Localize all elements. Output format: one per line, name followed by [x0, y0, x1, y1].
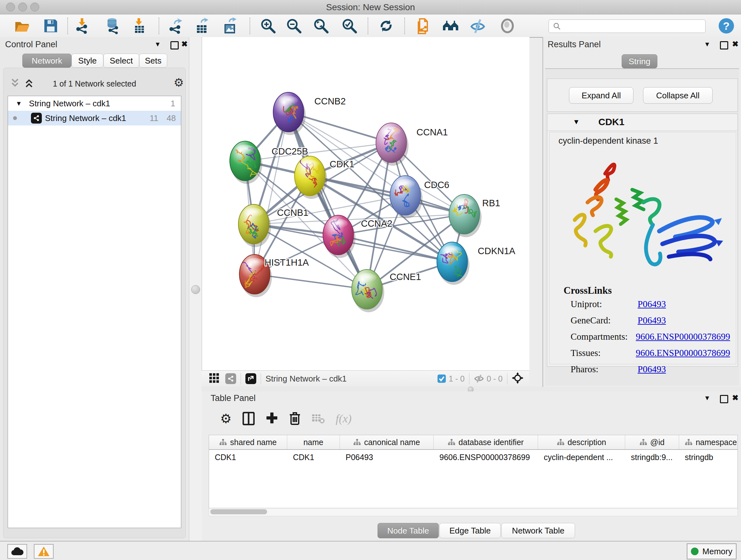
crosslink-link[interactable]: 9606.ENSP00000378699	[636, 348, 730, 358]
network-node[interactable]	[323, 215, 355, 258]
table-cell[interactable]: cyclin-dependent ...	[538, 453, 625, 462]
tab-string[interactable]: String	[622, 54, 657, 68]
results-panel-collapse-icon[interactable]: ▾	[705, 40, 709, 49]
node-table[interactable]: shared namenamecanonical namedatabase id…	[209, 435, 738, 508]
crosslink-link[interactable]: P06493	[637, 315, 666, 326]
zoom-in-button[interactable]	[259, 16, 277, 36]
network-node[interactable]	[390, 176, 422, 219]
column-header-canonical-name[interactable]: canonical name	[340, 435, 434, 449]
hidden-eye-icon[interactable]	[474, 374, 484, 383]
expand-all-button[interactable]: Expand All	[569, 87, 633, 104]
network-canvas[interactable]: CCNB2CCNA1CDC25BCDK1CDC6RB1CCNB1CCNA2CDK…	[202, 37, 529, 370]
table-tab-node-table[interactable]: Node Table	[378, 523, 439, 538]
network-node-label: CCNB1	[277, 207, 308, 218]
tab-network[interactable]: Network	[22, 54, 71, 68]
network-options-gear-icon[interactable]: ⚙	[174, 76, 184, 89]
protein-card-header[interactable]: ▼ CDK1	[547, 114, 738, 131]
tab-style[interactable]: Style	[71, 54, 104, 68]
table-panel-float-icon[interactable]	[720, 395, 728, 403]
table-row[interactable]: CDK1CDK1P064939606.ENSP00000378699cyclin…	[209, 450, 738, 464]
cloud-button[interactable]	[7, 544, 27, 559]
share-view-icon[interactable]	[225, 373, 236, 384]
column-header--id[interactable]: @id	[625, 435, 679, 449]
network-node[interactable]	[449, 194, 482, 237]
tab-select[interactable]: Select	[104, 54, 139, 68]
column-header-shared-name[interactable]: shared name	[209, 435, 287, 449]
control-panel-close-icon[interactable]: ✖	[181, 40, 188, 49]
table-cell[interactable]: 9606.ENSP00000378699	[434, 453, 538, 462]
zoom-fit-button[interactable]	[312, 16, 330, 36]
column-header-namespace[interactable]: namespace	[679, 435, 738, 449]
tab-sets[interactable]: Sets	[139, 54, 167, 68]
search-input[interactable]	[561, 21, 699, 31]
open-in-window-icon[interactable]	[246, 373, 256, 384]
horizontal-splitter[interactable]	[202, 386, 741, 391]
hide-graphics-button[interactable]	[469, 16, 487, 36]
network-node[interactable]	[352, 269, 384, 312]
table-cell[interactable]: P06493	[340, 453, 434, 462]
network-node-label: CDC6	[424, 180, 449, 190]
export-network-button[interactable]	[167, 16, 185, 36]
network-edge[interactable]	[255, 112, 288, 274]
import-network-file-button[interactable]	[74, 16, 91, 36]
crosslink-link[interactable]: P06493	[637, 299, 666, 309]
table-tab-network-table[interactable]: Network Table	[501, 523, 575, 538]
import-network-database-button[interactable]	[105, 16, 122, 36]
open-session-button[interactable]	[13, 16, 31, 36]
network-node[interactable]	[376, 123, 408, 166]
crosslink-link[interactable]: P06493	[637, 364, 666, 374]
protein-collapse-triangle-icon[interactable]: ▼	[573, 118, 580, 126]
protein-structure-image	[557, 151, 730, 278]
control-panel-collapse-icon[interactable]: ▾	[156, 40, 159, 49]
table-horizontal-scrollbar[interactable]	[209, 508, 738, 516]
show-columns-icon[interactable]	[243, 412, 255, 425]
toolbar-search-box[interactable]	[549, 19, 705, 33]
left-splitter[interactable]	[189, 37, 202, 541]
network-node[interactable]	[294, 156, 327, 199]
column-header-database-identifier[interactable]: database identifier	[434, 435, 538, 449]
column-header-description[interactable]: description	[538, 435, 625, 449]
results-panel-close-icon[interactable]: ✖	[732, 40, 738, 49]
network-node[interactable]	[273, 92, 306, 135]
warnings-button[interactable]	[34, 544, 54, 559]
help-button[interactable]: ?	[719, 18, 734, 34]
collapse-all-button[interactable]: Collapse All	[643, 87, 713, 104]
export-table-button[interactable]	[193, 16, 211, 36]
table-tab-edge-table[interactable]: Edge Table	[440, 523, 501, 538]
scrollbar-thumb[interactable]	[210, 509, 267, 514]
results-panel-float-icon[interactable]	[720, 41, 728, 50]
tree-expand-triangle-icon[interactable]: ▼	[16, 100, 22, 107]
export-image-button[interactable]	[221, 16, 239, 36]
crosslink-link[interactable]: 9606.ENSP00000378699	[636, 331, 730, 342]
network-node[interactable]	[437, 242, 469, 285]
table-panel-collapse-icon[interactable]: ▾	[705, 393, 709, 402]
grid-view-icon[interactable]	[209, 373, 219, 385]
network-collection-row[interactable]: ▼ String Network – cdk1 1	[8, 96, 181, 111]
table-cell[interactable]: stringdb:9...	[625, 453, 679, 462]
table-cell[interactable]: CDK1	[287, 453, 340, 462]
show-graphics-details-button[interactable]	[498, 16, 516, 36]
control-panel-float-icon[interactable]	[171, 41, 179, 50]
selected-checkbox-icon[interactable]	[437, 374, 446, 383]
network-tree: ▼ String Network – cdk1 1 String Network…	[8, 96, 181, 528]
table-panel-close-icon[interactable]: ✖	[732, 393, 738, 402]
zoom-out-button[interactable]	[285, 16, 303, 36]
table-cell[interactable]: stringdb	[679, 453, 738, 462]
import-table-button[interactable]	[131, 16, 148, 36]
table-cell[interactable]: CDK1	[209, 453, 287, 462]
string-home-button[interactable]	[442, 16, 460, 36]
birds-eye-crosshair-icon[interactable]	[512, 372, 523, 385]
save-session-button[interactable]	[42, 16, 60, 36]
string-import-button[interactable]	[414, 16, 432, 36]
network-row-selected[interactable]: String Network – cdk1 11 48	[8, 111, 181, 125]
network-node[interactable]	[239, 204, 271, 247]
delete-column-trash-icon[interactable]	[289, 412, 300, 426]
zoom-selected-button[interactable]	[340, 16, 358, 36]
zoom-in-icon	[260, 17, 276, 34]
table-settings-gear-icon[interactable]: ⚙	[220, 411, 232, 426]
left-splitter-handle[interactable]	[191, 285, 200, 294]
column-header-name[interactable]: name	[287, 435, 340, 449]
memory-button[interactable]: Memory	[687, 543, 737, 559]
apply-layout-button[interactable]	[377, 16, 395, 36]
add-column-icon[interactable]	[266, 412, 278, 425]
